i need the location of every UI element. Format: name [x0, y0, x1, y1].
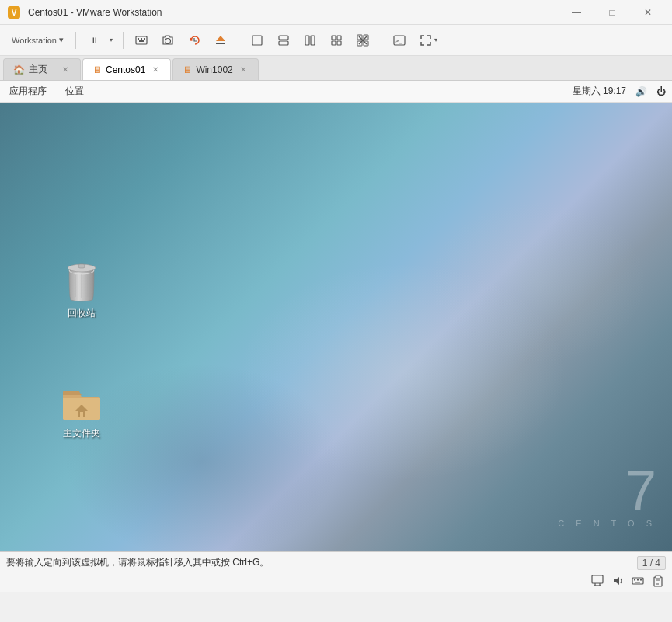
- centos-watermark: 7 C E N T O S: [558, 463, 656, 528]
- status-bar: 要将输入定向到该虚拟机，请将鼠标指针移入其中或按 Ctrl+G。 1 / 4: [0, 551, 672, 592]
- vm-volume-icon[interactable]: 🔊: [635, 86, 647, 97]
- svg-rect-45: [640, 579, 642, 581]
- toolbar-separator-3: [239, 32, 239, 49]
- svg-rect-33: [78, 264, 85, 268]
- workstation-menu[interactable]: Workstation ▾: [6, 29, 69, 52]
- suspend-icon: [214, 34, 227, 47]
- send-cad-button[interactable]: [130, 29, 153, 52]
- window-controls: — □ ✕: [559, 0, 666, 25]
- svg-rect-44: [637, 579, 639, 581]
- win1002-tab-icon: 🖥: [183, 64, 192, 75]
- status-sound-icon[interactable]: [610, 573, 625, 589]
- workstation-dropdown-arrow: ▾: [59, 35, 64, 45]
- svg-rect-48: [656, 575, 660, 579]
- terminal-button[interactable]: >_: [388, 29, 411, 52]
- centos01-tab-close[interactable]: ✕: [150, 64, 161, 75]
- svg-rect-14: [311, 36, 315, 45]
- revert-icon: [188, 34, 200, 47]
- status-keyboard-icon[interactable]: [630, 573, 646, 589]
- workstation-label: Workstation: [12, 36, 57, 45]
- svg-rect-4: [141, 38, 142, 40]
- svg-marker-41: [614, 577, 619, 585]
- split-v-button[interactable]: [298, 29, 322, 52]
- svg-rect-11: [279, 36, 288, 40]
- snapshot-button[interactable]: [156, 29, 179, 52]
- status-kbd-icon: [632, 575, 644, 587]
- vm-screen[interactable]: 回收站 主文件夹 7 C E N T O S: [0, 103, 672, 551]
- fullscreen-button[interactable]: ▾: [414, 29, 443, 52]
- svg-rect-36: [80, 412, 83, 417]
- svg-rect-13: [305, 36, 309, 45]
- split-v-icon: [304, 34, 316, 47]
- centos-version-number: 7: [558, 463, 656, 519]
- split-quad-icon: [330, 34, 343, 47]
- tabs-bar: 🏠 主页 ✕ 🖥 Centos01 ✕ 🖥 Win1002 ✕: [0, 56, 672, 81]
- svg-rect-15: [332, 36, 336, 40]
- minimize-button[interactable]: —: [559, 0, 594, 25]
- snapshot-icon: [162, 34, 174, 47]
- svg-marker-9: [216, 36, 225, 41]
- pause-dropdown[interactable]: ▾: [106, 29, 117, 52]
- vm-datetime: 星期六 19:17: [573, 85, 626, 98]
- pause-icon: ⏸: [90, 36, 99, 45]
- vm-power-icon[interactable]: ⏻: [656, 86, 666, 97]
- maximize-button[interactable]: □: [594, 0, 630, 25]
- centos01-tab-label: Centos01: [106, 64, 145, 75]
- svg-text:V: V: [12, 9, 17, 17]
- status-monitor-icon: [591, 575, 604, 587]
- vm-menu-places[interactable]: 位置: [62, 83, 87, 99]
- centos-version-text: C E N T O S: [558, 519, 656, 528]
- trash-desktop-icon[interactable]: 回收站: [50, 258, 113, 323]
- svg-text:>_: >_: [395, 38, 402, 44]
- home-tab-icon: 🏠: [13, 64, 25, 75]
- svg-rect-8: [216, 43, 225, 44]
- pause-btn-group: ⏸ ▾: [82, 29, 117, 52]
- terminal-icon: >_: [393, 34, 406, 47]
- win1002-tab-label: Win1002: [196, 64, 232, 75]
- tab-win1002[interactable]: 🖥 Win1002 ✕: [172, 58, 258, 80]
- status-clipboard-icon[interactable]: [650, 573, 666, 589]
- vm-menubar: 应用程序 位置 星期六 19:17 🔊 ⏻: [0, 81, 672, 103]
- home-folder-icon-label: 主文件夹: [63, 428, 100, 440]
- fullscreen-dropdown-arrow: ▾: [434, 36, 437, 43]
- revert-button[interactable]: [183, 29, 206, 52]
- win1002-tab-close[interactable]: ✕: [238, 64, 249, 75]
- pause-dropdown-arrow: ▾: [110, 36, 113, 43]
- toolbar-separator-2: [123, 32, 124, 49]
- svg-point-7: [165, 38, 170, 43]
- tab-home[interactable]: 🏠 主页 ✕: [3, 58, 81, 80]
- status-vm-icon[interactable]: [590, 573, 605, 589]
- home-folder-desktop-icon[interactable]: 主文件夹: [50, 378, 113, 443]
- keyboard-icon: [135, 34, 148, 47]
- status-hint-text: 要将输入定向到该虚拟机，请将鼠标指针移入其中或按 Ctrl+G。: [6, 556, 269, 569]
- status-page-indicator: 1 / 4: [637, 556, 666, 570]
- split-x-button[interactable]: [351, 29, 374, 52]
- tab-centos01[interactable]: 🖥 Centos01 ✕: [82, 58, 171, 80]
- svg-rect-18: [337, 41, 341, 45]
- toolbar: Workstation ▾ ⏸ ▾: [0, 25, 672, 56]
- svg-rect-37: [592, 575, 603, 583]
- svg-rect-6: [139, 40, 144, 42]
- svg-rect-46: [635, 582, 640, 583]
- single-view-button[interactable]: [245, 29, 269, 52]
- svg-rect-12: [279, 41, 288, 45]
- centos01-tab-icon: 🖥: [92, 64, 102, 75]
- svg-rect-16: [337, 36, 341, 40]
- split-x-icon: [357, 34, 369, 47]
- split-quad-button[interactable]: [325, 29, 348, 52]
- toolbar-separator-4: [381, 32, 381, 49]
- vm-menu-apps[interactable]: 应用程序: [6, 83, 50, 99]
- svg-rect-10: [252, 36, 262, 45]
- app-icon: V: [6, 5, 22, 20]
- home-tab-label: 主页: [29, 63, 47, 76]
- pause-button[interactable]: ⏸: [82, 29, 106, 52]
- status-clip-icon: [652, 575, 664, 587]
- home-tab-close[interactable]: ✕: [60, 64, 71, 75]
- folder-icon-img: [60, 381, 103, 425]
- suspend-button[interactable]: [209, 29, 232, 52]
- svg-rect-3: [138, 38, 139, 40]
- close-button[interactable]: ✕: [630, 0, 666, 25]
- title-bar: V Centos01 - VMware Workstation — □ ✕: [0, 0, 672, 25]
- svg-rect-5: [144, 38, 145, 40]
- split-h-button[interactable]: [272, 29, 295, 52]
